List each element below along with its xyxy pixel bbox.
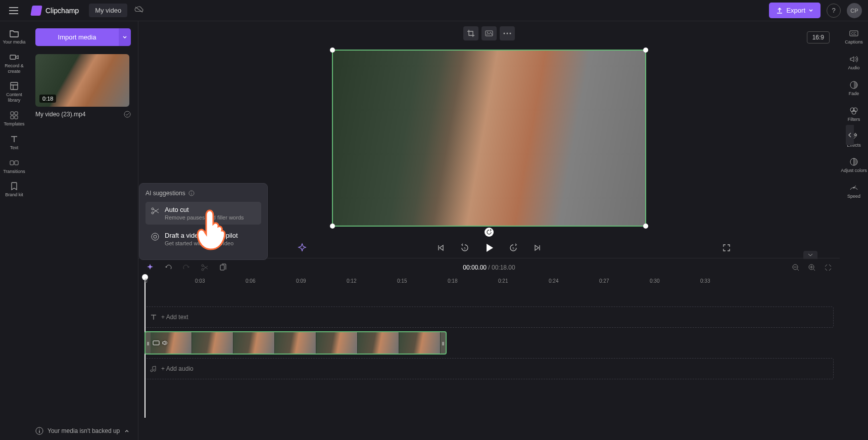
hamburger-menu[interactable] bbox=[6, 3, 21, 18]
timeline-tick: 0:18 bbox=[448, 278, 457, 284]
media-filename: My video (23).mp4 bbox=[35, 111, 85, 118]
skip-end-button[interactable] bbox=[531, 241, 545, 255]
zoom-in-button[interactable] bbox=[806, 262, 817, 273]
nav-content-library[interactable]: Content library bbox=[0, 81, 28, 103]
play-button[interactable] bbox=[482, 241, 496, 255]
transitions-icon bbox=[9, 158, 19, 168]
fullscreen-button[interactable] bbox=[719, 241, 734, 255]
svg-rect-4 bbox=[11, 116, 14, 119]
music-note-icon bbox=[150, 365, 157, 372]
svg-point-11 bbox=[152, 208, 154, 210]
backup-notice[interactable]: Your media isn't backed up bbox=[35, 427, 130, 435]
audio-clip-icon bbox=[162, 339, 169, 346]
timeline-tick: 0:33 bbox=[700, 278, 710, 284]
resize-handle-bl[interactable] bbox=[330, 224, 335, 229]
info-circle-icon bbox=[35, 427, 43, 435]
timeline-collapse[interactable] bbox=[803, 251, 817, 259]
timeline-tick: 0:27 bbox=[599, 278, 609, 284]
timeline-tick: 0:24 bbox=[549, 278, 558, 284]
add-text-label: + Add text bbox=[161, 314, 828, 321]
timeline-tick: 0 bbox=[144, 278, 148, 284]
timeline-tick: 0:12 bbox=[347, 278, 356, 284]
undo-icon bbox=[164, 263, 172, 272]
redo-button[interactable] bbox=[181, 262, 192, 273]
zoom-in-icon bbox=[808, 263, 816, 272]
nav-record-create[interactable]: Record & create bbox=[0, 52, 28, 74]
time-current: 00:00.00 bbox=[463, 264, 487, 271]
timeline-tick: 0:09 bbox=[296, 278, 306, 284]
nav-text[interactable]: Text bbox=[0, 134, 28, 151]
timeline-ai-sparkle[interactable] bbox=[144, 262, 156, 273]
scissors-icon bbox=[201, 263, 209, 272]
resize-handle-tr[interactable] bbox=[643, 48, 648, 53]
svg-text:5: 5 bbox=[512, 247, 514, 250]
chevron-down-icon bbox=[122, 35, 127, 40]
ai-auto-cut-item[interactable]: Auto cut Remove pauses and filler words bbox=[146, 202, 261, 225]
timeline-tick: 0:15 bbox=[397, 278, 407, 284]
more-options-button[interactable] bbox=[500, 26, 515, 40]
crop-button[interactable] bbox=[463, 26, 478, 40]
import-media-button[interactable]: Import media bbox=[35, 28, 119, 46]
skip-end-icon bbox=[534, 244, 542, 252]
cloud-sync-off-icon[interactable] bbox=[134, 6, 143, 15]
right-panel-collapse[interactable] bbox=[839, 21, 861, 249]
fit-button[interactable] bbox=[481, 26, 497, 40]
help-button[interactable]: ? bbox=[827, 4, 841, 18]
project-name-field[interactable]: My video bbox=[89, 4, 127, 17]
video-clip[interactable]: || || bbox=[144, 331, 447, 355]
nav-transitions[interactable]: Transitions bbox=[0, 158, 28, 174]
split-button[interactable] bbox=[199, 262, 210, 273]
timeline-tick: 0:21 bbox=[498, 278, 508, 284]
zoom-out-button[interactable] bbox=[790, 262, 801, 273]
svg-rect-6 bbox=[10, 161, 14, 165]
camera-icon bbox=[9, 52, 19, 62]
clip-handle-left[interactable]: || bbox=[146, 332, 151, 354]
forward-5-icon: 5 bbox=[509, 243, 518, 252]
nav-brand-kit[interactable]: Brand kit bbox=[0, 181, 28, 198]
audio-track[interactable]: + Add audio bbox=[144, 358, 834, 379]
copilot-icon bbox=[151, 232, 160, 241]
copy-button[interactable] bbox=[217, 262, 228, 273]
info-icon[interactable] bbox=[188, 190, 195, 196]
nav-templates[interactable]: Templates bbox=[0, 110, 28, 127]
rotate-handle[interactable] bbox=[485, 228, 494, 237]
timeline-tick: 0:30 bbox=[650, 278, 659, 284]
crop-icon bbox=[467, 29, 475, 37]
timeline-ruler[interactable]: 00:030:060:090:120:150:180:210:240:270:3… bbox=[138, 276, 840, 288]
video-track[interactable]: || || bbox=[144, 331, 834, 355]
nav-your-media[interactable]: Your media bbox=[0, 28, 28, 45]
clip-handle-right[interactable]: || bbox=[441, 332, 446, 354]
user-avatar[interactable]: CP bbox=[847, 3, 862, 18]
zoom-fit-icon bbox=[824, 263, 832, 272]
preview-canvas[interactable] bbox=[332, 50, 646, 227]
forward-button[interactable]: 5 bbox=[506, 241, 520, 255]
ai-popup-title: AI suggestions bbox=[146, 190, 185, 197]
undo-button[interactable] bbox=[163, 262, 174, 273]
time-total: 00:18.00 bbox=[492, 264, 515, 271]
ai-draft-copilot-item[interactable]: Draft a video with Copilot Get started w… bbox=[146, 228, 261, 250]
media-thumbnail[interactable]: 0:18 bbox=[35, 54, 129, 107]
zoom-fit-button[interactable] bbox=[823, 262, 834, 273]
chevron-up-icon bbox=[124, 428, 130, 434]
redo-icon bbox=[182, 263, 190, 272]
folder-icon bbox=[9, 28, 19, 38]
dots-icon bbox=[503, 32, 511, 34]
text-track[interactable]: + Add text bbox=[144, 306, 834, 328]
ai-item-title: Draft a video with Copilot bbox=[165, 232, 256, 239]
ai-item-title: Auto cut bbox=[165, 206, 256, 213]
export-button[interactable]: Export bbox=[769, 3, 821, 18]
resize-handle-tl[interactable] bbox=[330, 48, 335, 53]
svg-point-31 bbox=[202, 269, 204, 271]
import-media-dropdown[interactable] bbox=[119, 28, 131, 46]
svg-point-14 bbox=[154, 235, 157, 238]
svg-point-8 bbox=[124, 111, 130, 117]
scissors-sparkle-icon bbox=[151, 206, 160, 215]
app-logo[interactable]: Clipchamp bbox=[31, 6, 79, 16]
rewind-button[interactable]: 5 bbox=[458, 241, 472, 255]
resize-handle-br[interactable] bbox=[643, 224, 648, 229]
skip-start-button[interactable] bbox=[433, 241, 448, 255]
svg-point-13 bbox=[152, 233, 159, 240]
aspect-ratio-badge[interactable]: 16:9 bbox=[807, 31, 830, 43]
ai-sparkle-button[interactable] bbox=[295, 241, 309, 255]
svg-point-30 bbox=[202, 265, 204, 267]
